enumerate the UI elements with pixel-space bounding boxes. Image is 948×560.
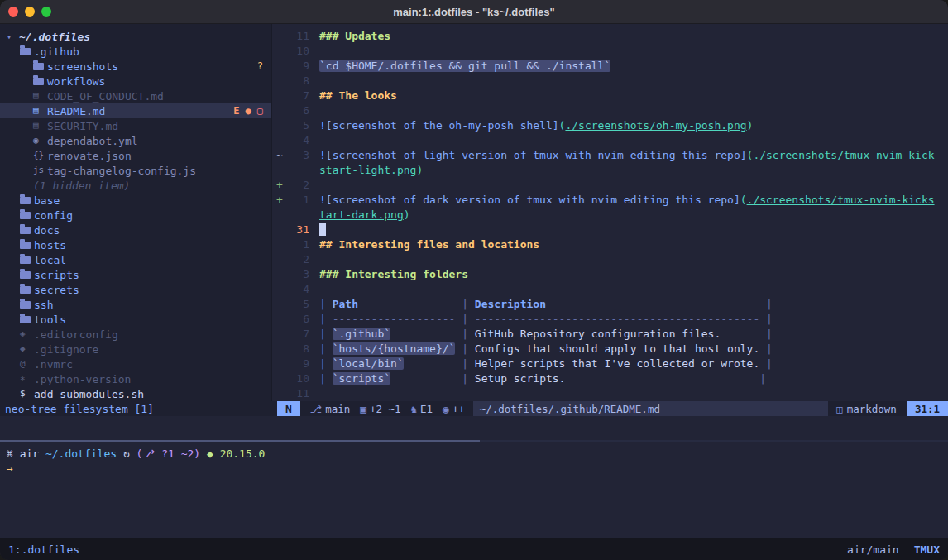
mode-indicator: N	[277, 401, 300, 416]
expander-icon[interactable]: ▾	[7, 32, 19, 41]
line-text	[309, 103, 319, 118]
editor-line[interactable]: 2	[272, 252, 948, 267]
editor-line[interactable]: 4	[272, 133, 948, 148]
editor-line[interactable]: 7## The looks	[272, 89, 948, 103]
tree-item--.dotfiles[interactable]: ▾~/.dotfiles	[0, 29, 271, 44]
shell-pane[interactable]: ⌘ air ~/.dotfiles ↻ (⎇ ?1 ~2) ◆ 20.15.0 …	[0, 442, 948, 538]
tree-item--1-hidden-item-[interactable]: (1 hidden item)	[0, 178, 271, 193]
tree-item-scripts[interactable]: scripts	[0, 267, 271, 282]
tree-item-screenshots[interactable]: screenshots?	[0, 59, 271, 74]
folder-icon	[20, 271, 34, 279]
window-title: main:1:.dotfiles - "ks~/.dotfiles"	[0, 6, 948, 18]
editor-line[interactable]: 6| ------------------- | ---------------…	[272, 312, 948, 327]
tree-item-local[interactable]: local	[0, 252, 271, 267]
gitsign-column	[272, 342, 288, 357]
tmux-window-label[interactable]: 1:.dotfiles	[8, 543, 79, 556]
shell-prompt-line: ⌘ air ~/.dotfiles ↻ (⎇ ?1 ~2) ◆ 20.15.0	[7, 447, 941, 462]
editor-line[interactable]: 11### Updates	[272, 29, 948, 44]
line-text: ![screenshot of dark version of tmux wit…	[309, 193, 935, 208]
tree-item-.nvmrc[interactable]: @.nvmrc	[0, 357, 271, 371]
at-file-icon: @	[20, 357, 34, 371]
line-text: ### Interesting folders	[309, 267, 468, 282]
line-number: 4	[288, 282, 309, 297]
tree-item-renovate.json[interactable]: {}renovate.json	[0, 148, 271, 163]
status-badge: E	[233, 105, 239, 117]
tree-item-.editorconfig[interactable]: ◈.editorconfig	[0, 327, 271, 342]
editor-line[interactable]: 8	[272, 74, 948, 89]
tree-item-code-of-conduct.md[interactable]: ▤CODE_OF_CONDUCT.md	[0, 89, 271, 103]
tree-item-hosts[interactable]: hosts	[0, 237, 271, 252]
editor-line[interactable]: 10| `scripts` | Setup scripts. |	[272, 371, 948, 386]
git-branch-icon: ⎇	[310, 403, 322, 415]
tree-item-dependabot.yml[interactable]: ◉dependabot.yml	[0, 133, 271, 148]
tree-item-tag-changelog-config.js[interactable]: jstag-changelog-config.js	[0, 163, 271, 178]
editor-line[interactable]: tart-dark.png)	[272, 208, 948, 223]
editor-pane[interactable]: 11### Updates109`cd $HOME/.dotfiles && g…	[272, 24, 948, 401]
statusline-filepath: ~/.dotfiles/.github/README.md	[473, 401, 828, 416]
line-number: 5	[288, 297, 309, 312]
git-diff-icon: ▣	[360, 403, 366, 415]
editor-line[interactable]: 8| `hosts/{hostname}/` | Configs that sh…	[272, 342, 948, 357]
editor-line[interactable]: 5![screenshot of the oh-my-posh shell](.…	[272, 118, 948, 133]
editor-line[interactable]: 7| `.github` | GitHub Repository configu…	[272, 327, 948, 342]
tree-item-label: base	[34, 194, 60, 207]
neo-tree-statusline: neo-tree filesystem [1]	[0, 401, 277, 416]
status-badge: ●	[246, 105, 251, 117]
editor-line[interactable]: 9`cd $HOME/.dotfiles && git pull && ./in…	[272, 59, 948, 74]
editor-line[interactable]: start-light.png)	[272, 163, 948, 178]
zoom-button[interactable]	[41, 7, 51, 17]
tree-item-.github[interactable]: .github	[0, 44, 271, 59]
shell-file-icon: $	[20, 386, 34, 401]
editor-line[interactable]: 6	[272, 103, 948, 118]
tree-item-label: .gitignore	[34, 343, 98, 356]
tree-item-tools[interactable]: tools	[0, 312, 271, 327]
tree-item-.gitignore[interactable]: ◆.gitignore	[0, 342, 271, 357]
tree-item-label: secrets	[34, 284, 79, 296]
editor-line[interactable]: 5| Path | Description |	[272, 297, 948, 312]
tree-item-config[interactable]: config	[0, 208, 271, 223]
editor-line[interactable]: 10	[272, 44, 948, 59]
tree-item-ssh[interactable]: ssh	[0, 297, 271, 312]
line-number: 4	[288, 133, 309, 148]
editor-line[interactable]: 31	[272, 223, 948, 237]
editor-line[interactable]: 11	[272, 386, 948, 401]
gitsign-column	[272, 252, 288, 267]
tree-item-security.md[interactable]: ▤SECURITY.md	[0, 118, 271, 133]
gitsign-column	[272, 29, 288, 44]
editor-line[interactable]: 9| `local/bin` | Helper scripts that I'v…	[272, 357, 948, 371]
gitsign-column	[272, 267, 288, 282]
line-text	[309, 223, 326, 237]
tree-item-add-submodules.sh[interactable]: $add-submodules.sh	[0, 386, 271, 401]
tree-item-label: hosts	[34, 239, 66, 251]
editor-line[interactable]: +1![screenshot of dark version of tmux w…	[272, 193, 948, 208]
line-number: 1	[288, 193, 309, 208]
terminal-window: main:1:.dotfiles - "ks~/.dotfiles" ▾~/.d…	[0, 0, 948, 560]
line-text	[309, 74, 319, 89]
folder-icon	[20, 48, 34, 55]
line-text: ## The looks	[309, 89, 397, 103]
editor-line[interactable]: 4	[272, 282, 948, 297]
minimize-button[interactable]	[25, 7, 35, 17]
gitsign-column	[272, 386, 288, 401]
tree-item-label: tag-changelog-config.js	[47, 165, 196, 177]
md-file-icon: ▤	[33, 118, 47, 133]
tree-item-readme.md[interactable]: ▤README.mdE●▢	[0, 103, 271, 118]
editor-line[interactable]: +2	[272, 178, 948, 193]
tree-item-.python-version[interactable]: ∗.python-version	[0, 371, 271, 386]
tree-item-base[interactable]: base	[0, 193, 271, 208]
line-text: start-light.png)	[309, 163, 423, 178]
line-number: 10	[288, 44, 309, 59]
tree-item-workflows[interactable]: workflows	[0, 74, 271, 89]
folder-icon	[20, 197, 34, 204]
gitsign-column	[272, 59, 288, 74]
editor-line[interactable]: 1## Interesting files and locations	[272, 237, 948, 252]
folder-icon	[20, 301, 34, 309]
tree-item-docs[interactable]: docs	[0, 223, 271, 237]
editor-line[interactable]: 3### Interesting folders	[272, 267, 948, 282]
line-number: 1	[288, 237, 309, 252]
tree-item-secrets[interactable]: secrets	[0, 282, 271, 297]
editor-line[interactable]: ~3![screenshot of light version of tmux …	[272, 148, 948, 163]
line-text: ## Interesting files and locations	[309, 237, 539, 252]
tree-item-label: CODE_OF_CONDUCT.md	[47, 90, 164, 103]
close-button[interactable]	[8, 7, 18, 17]
